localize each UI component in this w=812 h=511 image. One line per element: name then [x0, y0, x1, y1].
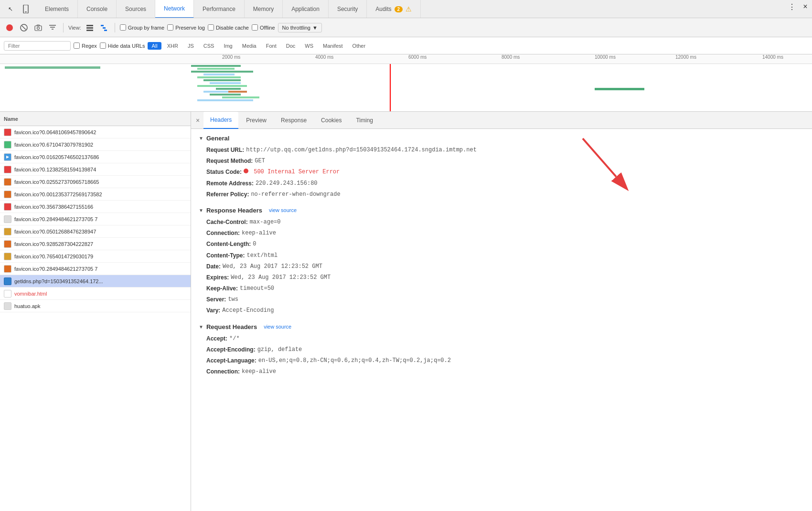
- filter-type-media[interactable]: Media: [238, 42, 260, 50]
- regex-label[interactable]: Regex: [74, 43, 97, 49]
- server-row: Server: tws: [199, 295, 804, 304]
- waterfall-area: [191, 64, 812, 111]
- list-item[interactable]: favicon.ico?0.025527370965718665: [0, 176, 191, 188]
- tab-network[interactable]: Network: [155, 0, 194, 18]
- svg-rect-15: [104, 30, 107, 31]
- detail-tab-cookies[interactable]: Cookies: [314, 112, 348, 129]
- list-item[interactable]: vomnibar.html: [0, 287, 191, 300]
- network-toolbar: View: Group by frame Preserve log Disabl…: [0, 18, 812, 37]
- content-length-row: Content-Length: 0: [199, 240, 804, 249]
- list-item[interactable]: favicon.ico?0.12382581594139874: [0, 163, 191, 176]
- ruler-14000: 14000 ms: [762, 54, 783, 60]
- filter-bar: Regex Hide data URLs All XHR JS CSS Img …: [0, 37, 812, 54]
- warning-icon: ⚠: [406, 5, 412, 13]
- disable-cache-label[interactable]: Disable cache: [208, 24, 249, 31]
- tab-audits[interactable]: Audits 2 ⚠: [367, 0, 421, 18]
- list-item[interactable]: favicon.ico?0.3567386427155166: [0, 201, 191, 213]
- screenshot-button[interactable]: [32, 22, 44, 33]
- file-icon: [4, 166, 11, 173]
- tab-sources[interactable]: Sources: [117, 0, 155, 18]
- list-item[interactable]: huatuo.apk: [0, 300, 191, 312]
- view-waterfall-button[interactable]: [98, 22, 110, 33]
- request-headers-arrow: ▼: [199, 324, 203, 330]
- ruler-2000: 2000 ms: [222, 54, 240, 60]
- content-type-row: Content-Type: text/html: [199, 251, 804, 260]
- remote-address-value: 220.249.243.156:80: [256, 179, 318, 188]
- group-by-frame-label[interactable]: Group by frame: [120, 24, 164, 31]
- ruler-4000: 4000 ms: [315, 54, 333, 60]
- detail-tab-headers[interactable]: Headers: [203, 112, 238, 129]
- tab-performance[interactable]: Performance: [194, 0, 245, 18]
- filter-type-doc[interactable]: Doc: [282, 42, 299, 50]
- more-menu-icon[interactable]: ⋮: [785, 0, 799, 13]
- filter-type-ws[interactable]: WS: [301, 42, 317, 50]
- filter-type-font[interactable]: Font: [262, 42, 280, 50]
- list-item-selected[interactable]: getldns.php?d=1503491352464.172...: [0, 275, 191, 287]
- throttling-dropdown[interactable]: No throttling ▼: [278, 23, 322, 32]
- list-item[interactable]: favicon.ico?0.05012688476238947: [0, 225, 191, 238]
- preserve-log-checkbox[interactable]: [167, 24, 173, 31]
- tab-memory[interactable]: Memory: [245, 0, 283, 18]
- filter-type-xhr[interactable]: XHR: [163, 42, 182, 50]
- view-list-button[interactable]: [84, 22, 96, 33]
- detail-tab-preview[interactable]: Preview: [239, 112, 273, 129]
- general-section-title: General: [206, 135, 229, 142]
- record-button[interactable]: [4, 22, 15, 33]
- file-icon: ▶: [4, 153, 11, 161]
- tab-application[interactable]: Application: [283, 0, 329, 18]
- filter-type-other[interactable]: Other: [349, 42, 370, 50]
- svg-rect-13: [101, 25, 104, 26]
- detail-tab-response[interactable]: Response: [274, 112, 313, 129]
- divider-2: [199, 318, 804, 323]
- tab-security[interactable]: Security: [329, 0, 367, 18]
- disable-cache-checkbox[interactable]: [208, 24, 214, 31]
- timeline-content[interactable]: [0, 64, 812, 111]
- response-headers-section-header[interactable]: ▼ Response Headers view source: [199, 207, 804, 214]
- regex-checkbox[interactable]: [74, 43, 80, 49]
- tab-console[interactable]: Console: [78, 0, 117, 18]
- list-item[interactable]: ▶ favicon.ico?0.016205746502137686: [0, 151, 191, 163]
- referrer-policy-label: Referrer Policy:: [206, 190, 249, 199]
- offline-label[interactable]: Offline: [252, 24, 275, 31]
- filter-type-buttons: All XHR JS CSS Img Media Font Doc WS Man…: [148, 42, 369, 50]
- filter-type-css[interactable]: CSS: [200, 42, 218, 50]
- list-item[interactable]: favicon.ico?0.2849484621273705 7: [0, 213, 191, 225]
- cache-control-row: Cache-Control: max-age=0: [199, 218, 804, 227]
- filter-type-all[interactable]: All: [148, 42, 161, 50]
- request-headers-view-source[interactable]: view source: [264, 324, 291, 330]
- hide-data-urls-checkbox[interactable]: [100, 43, 106, 49]
- top-tabs: ↖ Elements Console Sources Network Perfo…: [0, 0, 812, 18]
- status-error-dot: [244, 169, 248, 173]
- list-item[interactable]: favicon.ico?0.7654014729030179: [0, 250, 191, 263]
- accept-encoding-row: Accept-Encoding: gzip, deflate: [199, 345, 804, 354]
- group-by-frame-checkbox[interactable]: [120, 24, 126, 31]
- file-icon: [4, 128, 11, 136]
- filter-button[interactable]: [47, 22, 58, 33]
- detail-tab-timing[interactable]: Timing: [349, 112, 380, 129]
- response-headers-view-source[interactable]: view source: [269, 207, 297, 213]
- filter-type-manifest[interactable]: Manifest: [319, 42, 347, 50]
- cursor-icon[interactable]: ↖: [4, 2, 17, 16]
- mobile-icon[interactable]: [19, 2, 32, 16]
- filter-type-js[interactable]: JS: [184, 42, 198, 50]
- hide-data-urls-label[interactable]: Hide data URLs: [100, 43, 145, 49]
- filter-input[interactable]: [4, 41, 71, 51]
- filter-type-img[interactable]: Img: [220, 42, 236, 50]
- request-headers-section-header[interactable]: ▼ Request Headers view source: [199, 323, 804, 330]
- camera-icon: [34, 24, 42, 31]
- list-item[interactable]: favicon.ico?0.9285287304222827: [0, 238, 191, 250]
- file-icon: [4, 290, 11, 298]
- response-headers-title: Response Headers: [206, 207, 262, 214]
- close-detail-button[interactable]: ×: [193, 116, 203, 125]
- list-item[interactable]: favicon.ico?0.06481069457890642: [0, 126, 191, 138]
- offline-checkbox[interactable]: [252, 24, 258, 31]
- list-item[interactable]: favicon.ico?0.0012353772569173582: [0, 188, 191, 201]
- clear-button[interactable]: [18, 22, 30, 33]
- tab-elements[interactable]: Elements: [36, 0, 78, 18]
- general-section-header[interactable]: ▼ General: [199, 135, 804, 142]
- list-item[interactable]: favicon.ico?0.6710473079781902: [0, 138, 191, 151]
- file-list: Name favicon.ico?0.06481069457890642 fav…: [0, 112, 191, 511]
- close-devtools-icon[interactable]: ×: [799, 0, 812, 13]
- list-item[interactable]: favicon.ico?0.2849484621273705 7: [0, 263, 191, 275]
- preserve-log-label[interactable]: Preserve log: [167, 24, 205, 31]
